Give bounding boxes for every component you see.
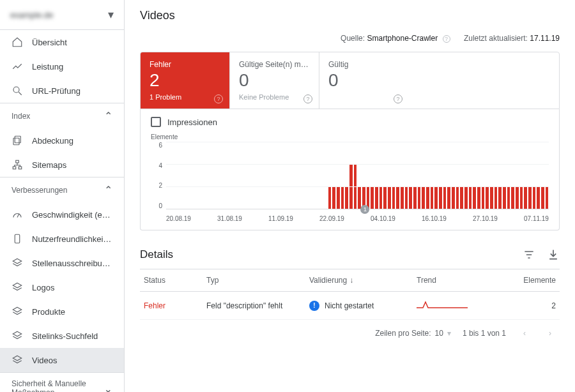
layers-icon — [12, 306, 23, 317]
page-range: 1 bis 1 von 1 — [463, 329, 506, 338]
sidebar-item-coverage[interactable]: Abdeckung — [0, 128, 124, 153]
chart: 6420 1 20.08.1931.08.1911.09.1922.09.190… — [151, 142, 549, 225]
info-icon: ! — [309, 301, 319, 311]
help-icon[interactable]: ? — [303, 94, 312, 103]
sidebar-item-label: Logos — [32, 283, 54, 292]
sidebar-item-label: Abdeckung — [32, 136, 73, 146]
sidebar-item-logos[interactable]: Logos — [0, 275, 124, 299]
filter-icon[interactable] — [523, 248, 535, 261]
source-label: Quelle: — [341, 34, 365, 43]
page-header: Videos — [125, 0, 575, 29]
card-value: 0 — [328, 70, 400, 91]
svg-rect-6 — [15, 234, 20, 243]
sidebar-section-enhancements[interactable]: Verbesserungen ⌃ — [0, 177, 124, 202]
details-title: Details — [140, 248, 173, 261]
card-title: Gültig — [328, 60, 400, 69]
download-icon[interactable] — [547, 248, 560, 261]
page-title: Videos — [140, 9, 560, 22]
layers-icon — [12, 282, 23, 293]
updated-label: Zuletzt aktualisiert: — [464, 34, 528, 43]
gauge-icon — [12, 209, 23, 220]
section-label: Index — [12, 112, 30, 121]
trend-icon — [12, 61, 23, 72]
sidebar-item-label: Produkte — [32, 307, 65, 317]
cell-trend — [417, 298, 506, 313]
meta-bar: Quelle: Smartphone-Crawler ? Zuletzt akt… — [125, 29, 575, 52]
sidebar-item-label: Sitelinks-Suchfeld — [32, 331, 98, 341]
svg-rect-3 — [16, 160, 19, 163]
card-valid[interactable]: Gültig 0 ? — [319, 52, 409, 109]
sort-down-icon: ↓ — [349, 276, 353, 285]
cell-status: Fehler — [144, 301, 201, 310]
sidebar-item-products[interactable]: Produkte — [0, 299, 124, 324]
layers-icon — [12, 354, 23, 366]
property-selector[interactable]: example.de ▾ — [0, 0, 124, 30]
sidebar-item-jobs[interactable]: Stellenausschreibungen — [0, 251, 124, 275]
sidebar-item-performance[interactable]: Leistung — [0, 54, 124, 79]
sidebar-item-label: Stellenausschreibungen — [32, 259, 112, 268]
col-elements[interactable]: Elemente — [511, 276, 556, 285]
rpp-label: Zeilen pro Seite: — [375, 329, 431, 338]
svg-point-0 — [13, 87, 19, 93]
sidebar-item-label: Sitemaps — [32, 160, 66, 170]
layers-icon — [12, 330, 23, 342]
section-label: Sicherheit & Manuelle Maßnahmen — [12, 379, 104, 392]
sidebar-item-sitemaps[interactable]: Sitemaps — [0, 153, 124, 177]
card-value: 2 — [150, 70, 220, 91]
sidebar-section-index[interactable]: Index ⌃ — [0, 103, 124, 128]
chevron-up-icon: ⌃ — [104, 184, 112, 196]
cell-validation: ! Nicht gestartet — [309, 301, 411, 311]
help-icon[interactable]: ? — [214, 94, 223, 103]
pagination: Zeilen pro Seite: 10 ▾ 1 bis 1 von 1 ‹ › — [140, 320, 560, 347]
sidebar-item-mobile[interactable]: Nutzerfreundlichkeit auf Mo… — [0, 227, 124, 251]
chevron-down-icon[interactable]: ▾ — [447, 329, 451, 338]
sidebar-item-label: Videos — [32, 356, 57, 365]
col-validation[interactable]: Validierung↓ — [309, 276, 411, 285]
home-icon — [12, 36, 23, 48]
section-label: Verbesserungen — [12, 186, 67, 195]
card-title: Fehler — [150, 60, 220, 69]
card-valid-warnings[interactable]: Gültige Seite(n) mit … 0 Keine Probleme … — [230, 52, 319, 109]
sidebar-item-label: URL-Prüfung — [32, 86, 80, 96]
help-icon[interactable]: ? — [443, 35, 450, 43]
rpp-value[interactable]: 10 — [435, 329, 443, 338]
sidebar-section-security[interactable]: Sicherheit & Manuelle Maßnahmen ⌃ — [0, 372, 124, 392]
sidebar-item-speed[interactable]: Geschwindigkeit (experime… — [0, 202, 124, 227]
col-type[interactable]: Typ — [206, 276, 304, 285]
card-errors[interactable]: Fehler 2 1 Problem ? — [141, 52, 230, 109]
main-content: Videos Quelle: Smartphone-Crawler ? Zule… — [125, 0, 575, 392]
sidebar-item-label: Übersicht — [32, 38, 67, 47]
status-cards: Fehler 2 1 Problem ? Gültige Seite(n) mi… — [140, 52, 560, 109]
x-ticks: 20.08.1931.08.1911.09.1922.09.1904.10.19… — [166, 212, 549, 225]
svg-rect-4 — [13, 167, 16, 169]
next-page-button[interactable]: › — [543, 326, 557, 340]
property-name: example.de — [10, 10, 53, 20]
cell-type: Feld "description" fehlt — [206, 301, 304, 310]
card-title: Gültige Seite(n) mit … — [239, 60, 310, 69]
source-value: Smartphone-Crawler — [367, 34, 438, 43]
impressions-label: Impressionen — [167, 117, 217, 127]
copy-icon — [12, 135, 23, 146]
y-axis-label: Elemente — [151, 133, 549, 140]
sidebar-item-sitelinks[interactable]: Sitelinks-Suchfeld — [0, 324, 124, 348]
cell-elements: 2 — [511, 301, 556, 310]
sidebar-item-overview[interactable]: Übersicht — [0, 30, 124, 54]
sidebar-item-url-inspection[interactable]: URL-Prüfung — [0, 79, 124, 103]
sidebar-item-label: Geschwindigkeit (experime… — [32, 210, 112, 220]
table-header: Status Typ Validierung↓ Trend Elemente — [140, 269, 560, 292]
mobile-icon — [12, 233, 23, 245]
sidebar-item-label: Leistung — [32, 62, 63, 72]
impressions-checkbox[interactable] — [151, 117, 161, 127]
chart-panel: Impressionen Elemente 6420 1 20.08.1931.… — [140, 109, 560, 230]
col-status[interactable]: Status — [144, 276, 201, 285]
chevron-up-icon: ⌃ — [104, 110, 112, 122]
chevron-down-icon: ▾ — [108, 8, 114, 22]
svg-rect-1 — [15, 136, 20, 143]
table-row[interactable]: Fehler Feld "description" fehlt ! Nicht … — [140, 292, 560, 320]
sidebar-item-videos[interactable]: Videos — [0, 348, 124, 372]
chevron-down-icon: ⌃ — [104, 382, 112, 393]
y-ticks: 6420 — [151, 142, 162, 209]
col-trend[interactable]: Trend — [417, 276, 506, 285]
prev-page-button[interactable]: ‹ — [518, 326, 532, 340]
help-icon[interactable]: ? — [394, 94, 402, 103]
